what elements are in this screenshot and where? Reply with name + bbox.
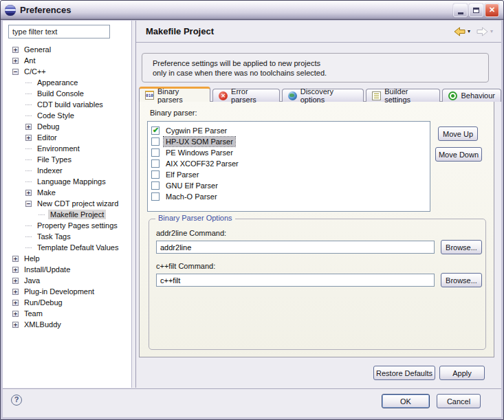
forward-dropdown-icon[interactable]: ▾ xyxy=(490,28,493,34)
checkbox-icon[interactable] xyxy=(151,148,160,157)
window-title: Preferences xyxy=(20,5,71,15)
tree-item-template-default-values[interactable]: Template Default Values xyxy=(3,242,131,253)
parser-row-hp-ux-som-parser[interactable]: HP-UX SOM Parser xyxy=(148,136,430,147)
expand-icon[interactable]: + xyxy=(12,289,19,295)
checkbox-icon[interactable] xyxy=(151,159,160,168)
checkbox-icon[interactable] xyxy=(151,192,160,201)
tab-label: Binary parsers xyxy=(157,87,204,104)
tree-item-build-console[interactable]: Build Console xyxy=(3,88,131,99)
expand-icon[interactable]: + xyxy=(12,256,19,262)
tree-item-indexer[interactable]: Indexer xyxy=(3,165,131,176)
tree-item-ant[interactable]: +Ant xyxy=(3,55,131,66)
expand-icon[interactable]: + xyxy=(12,300,19,306)
tab-label: Builder settings xyxy=(384,87,434,104)
expand-icon[interactable]: + xyxy=(12,47,19,53)
tree-item-debug[interactable]: +Debug xyxy=(3,121,131,132)
c-filt-command-input[interactable] xyxy=(156,274,435,287)
back-dropdown-icon[interactable]: ▾ xyxy=(468,28,470,34)
parser-row-pe-windows-parser[interactable]: PE Windows Parser xyxy=(148,147,430,158)
behaviour-target-icon xyxy=(448,91,457,100)
apply-button[interactable]: Apply xyxy=(439,366,485,380)
binary-parser-options-group: Binary Parser Options addr2line Command:… xyxy=(149,219,486,350)
tree-item-appearance[interactable]: Appearance xyxy=(3,77,131,88)
parser-row-aix-xcoff32-parser[interactable]: AIX XCOFF32 Parser xyxy=(148,158,430,169)
preferences-tree: +General+Ant−C/C++AppearanceBuild Consol… xyxy=(3,44,131,330)
collapse-icon[interactable]: − xyxy=(12,69,19,75)
ok-button[interactable]: OK xyxy=(382,394,430,408)
tree-item-label: Debug xyxy=(35,122,61,131)
binary-parser-list[interactable]: Cygwin PE ParserHP-UX SOM ParserPE Windo… xyxy=(147,121,430,212)
maximize-button[interactable] xyxy=(469,3,483,17)
close-button[interactable]: ✕ xyxy=(485,3,499,17)
parser-label: Elf Parser xyxy=(164,170,201,179)
expand-icon[interactable]: + xyxy=(12,311,19,317)
tree-item-install-update[interactable]: +Install/Update xyxy=(3,264,131,275)
close-icon: ✕ xyxy=(489,6,495,14)
tab-builder-settings[interactable]: Builder settings xyxy=(366,89,440,102)
checkbox-icon[interactable] xyxy=(151,170,160,179)
tree-item-language-mappings[interactable]: Language Mappings xyxy=(3,176,131,187)
expand-icon[interactable]: + xyxy=(25,124,32,130)
tree-item-editor[interactable]: +Editor xyxy=(3,132,131,143)
tree-item-code-style[interactable]: Code Style xyxy=(3,110,131,121)
tree-item-new-cdt-project-wizard[interactable]: −New CDT project wizard xyxy=(3,198,131,209)
parser-row-elf-parser[interactable]: Elf Parser xyxy=(148,169,430,180)
tree-item-label: Code Style xyxy=(35,111,76,120)
titlebar[interactable]: Preferences ✕ xyxy=(1,1,503,20)
tab-label: Error parsers xyxy=(231,87,274,104)
tree-connector xyxy=(25,93,32,94)
back-arrow-icon[interactable] xyxy=(454,27,465,36)
tree-item-task-tags[interactable]: Task Tags xyxy=(3,231,131,242)
tree-item-property-pages-settings[interactable]: Property Pages settings xyxy=(3,220,131,231)
expand-icon[interactable]: + xyxy=(12,58,19,64)
filter-input[interactable] xyxy=(8,25,110,38)
restore-defaults-button[interactable]: Restore Defaults xyxy=(373,366,435,380)
parser-label: PE Windows Parser xyxy=(164,148,235,157)
tree-item-cdt-build-variables[interactable]: CDT build variables xyxy=(3,99,131,110)
checkbox-icon[interactable] xyxy=(151,137,160,146)
move-up-button[interactable]: Move Up xyxy=(438,126,478,141)
checkbox-checked-icon[interactable] xyxy=(151,126,160,135)
tree-item-make[interactable]: +Make xyxy=(3,187,131,198)
tree-item-c-c[interactable]: −C/C++ xyxy=(3,66,131,77)
expand-icon[interactable]: + xyxy=(25,190,32,196)
tree-item-help[interactable]: +Help xyxy=(3,253,131,264)
expand-icon[interactable]: + xyxy=(12,278,19,284)
tab-discovery-options[interactable]: Discovery options xyxy=(282,89,364,102)
tree-item-makefile-project[interactable]: Makefile Project xyxy=(3,209,131,220)
tree-item-label: Language Mappings xyxy=(35,177,108,186)
tree-item-team[interactable]: +Team xyxy=(3,308,131,319)
forward-arrow-icon[interactable] xyxy=(476,27,488,36)
expand-icon[interactable]: + xyxy=(12,267,19,273)
parser-row-mach-o-parser[interactable]: Mach-O Parser xyxy=(148,191,430,202)
tab-binary-parsers[interactable]: Binary parsers xyxy=(139,87,210,102)
checkbox-icon[interactable] xyxy=(151,181,160,190)
parser-row-gnu-elf-parser[interactable]: GNU Elf Parser xyxy=(148,180,430,191)
addr2line-command-input[interactable] xyxy=(156,241,435,254)
info-message: Preference settings will be applied to n… xyxy=(142,53,489,82)
cancel-button[interactable]: Cancel xyxy=(437,394,481,408)
help-icon[interactable]: ? xyxy=(11,395,22,406)
tree-item-environment[interactable]: Environment xyxy=(3,143,131,154)
expand-icon[interactable]: + xyxy=(12,322,19,328)
collapse-icon[interactable]: − xyxy=(25,201,32,207)
tree-item-java[interactable]: +Java xyxy=(3,275,131,286)
binary-parser-label: Binary parser: xyxy=(150,109,197,117)
expand-icon[interactable]: + xyxy=(25,135,32,141)
tree-connector xyxy=(25,170,32,171)
tree-item-label: Install/Update xyxy=(22,265,72,274)
tree-item-label: File Types xyxy=(35,155,74,164)
tree-item-file-types[interactable]: File Types xyxy=(3,154,131,165)
tree-item-run-debug[interactable]: +Run/Debug xyxy=(3,297,131,308)
parser-row-cygwin-pe-parser[interactable]: Cygwin PE Parser xyxy=(148,125,430,136)
browse-button[interactable]: Browse... xyxy=(441,273,482,287)
tree-item-plug-in-development[interactable]: +Plug-in Development xyxy=(3,286,131,297)
tab-behaviour[interactable]: Behaviour xyxy=(442,89,501,102)
move-down-button[interactable]: Move Down xyxy=(435,147,482,162)
browse-button[interactable]: Browse... xyxy=(441,240,482,254)
tree-item-xmlbuddy[interactable]: +XMLBuddy xyxy=(3,319,131,330)
tab-error-parsers[interactable]: Error parsers xyxy=(212,89,280,102)
minimize-button[interactable] xyxy=(453,3,468,17)
tree-item-general[interactable]: +General xyxy=(3,44,131,55)
tree-connector xyxy=(39,214,45,215)
